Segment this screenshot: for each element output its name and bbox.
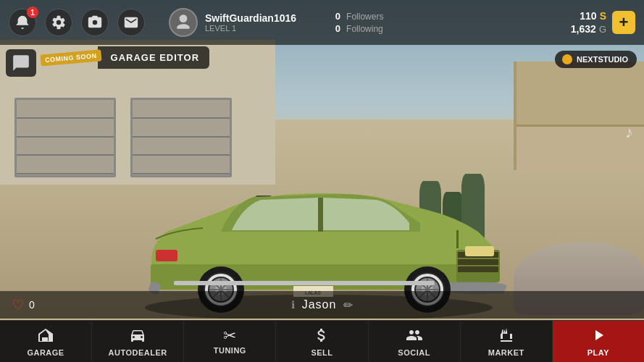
top-left-icons: 1 [0, 9, 154, 36]
gems-amount: 1,632 [571, 23, 596, 35]
mail-button[interactable] [117, 9, 145, 36]
chat-button[interactable] [6, 49, 36, 77]
nextstudio-dot [562, 54, 572, 64]
avatar [169, 8, 198, 37]
nav-market-label: MARKET [488, 348, 524, 357]
garage-door-left [14, 98, 116, 177]
heart-button[interactable]: ♡ [12, 296, 25, 313]
svg-rect-6 [458, 266, 498, 272]
profile-info: SwiftGuardian1016 LEVEL 1 [205, 12, 296, 33]
autodealer-icon [129, 327, 146, 346]
nav-sell-label: SELL [311, 348, 333, 357]
nav-sell[interactable]: SELL [276, 321, 368, 362]
garage-banner: COMING SOON GARAGE EDITOR [41, 46, 209, 69]
nav-play[interactable]: PLAY [553, 321, 644, 362]
nav-autodealer[interactable]: AUTODEALER [92, 321, 184, 362]
house-right [514, 62, 644, 170]
info-button[interactable]: ℹ [291, 299, 295, 311]
mail-icon [123, 14, 139, 30]
coins-icon: S [600, 10, 606, 22]
bottom-info-bar: ♡ 0 ℹ Jason ✏ [0, 291, 644, 319]
nav-garage-label: GARAGE [27, 348, 64, 357]
social-icon [406, 327, 423, 346]
following-label: Following [346, 24, 383, 34]
play-icon [590, 327, 607, 346]
coins-amount: 110 [580, 10, 596, 22]
notification-button[interactable]: 1 [9, 9, 36, 36]
nav-tuning[interactable]: ✂ TUNING [184, 321, 276, 362]
top-bar: 1 SwiftGuardian1016 LEVEL 1 [0, 0, 644, 45]
following-row[interactable]: 0 Following [326, 23, 383, 34]
nav-social-label: SOCIAL [398, 348, 430, 357]
camera-button[interactable] [81, 9, 109, 36]
car-name-section: ℹ Jason ✏ [291, 298, 354, 312]
nav-play-label: PLAY [587, 348, 609, 357]
nextstudio-label: NEXTSTUDIO [577, 55, 628, 64]
svg-rect-30 [456, 230, 459, 248]
svg-rect-1 [318, 198, 323, 232]
notification-badge: 1 [27, 7, 38, 18]
add-currency-button[interactable]: + [612, 11, 635, 34]
svg-rect-10 [156, 250, 177, 261]
nav-market[interactable]: MARKET [461, 321, 553, 362]
followers-count: 0 [326, 11, 340, 22]
car-name: Jason [302, 298, 337, 311]
garage-icon [37, 327, 54, 346]
music-button[interactable]: ♪ [625, 123, 633, 142]
svg-rect-7 [465, 246, 494, 256]
svg-rect-5 [458, 259, 498, 265]
following-count: 0 [326, 23, 340, 34]
settings-icon [51, 14, 67, 30]
gems-icon: G [599, 24, 606, 35]
bottom-nav: GARAGE AUTODEALER ✂ TUNING SELL SOCIA [0, 320, 644, 362]
nav-social[interactable]: SOCIAL [369, 321, 461, 362]
svg-rect-29 [174, 281, 435, 285]
nav-garage[interactable]: GARAGE [0, 321, 92, 362]
followers-label: Followers [346, 12, 383, 22]
coming-soon-badge: COMING SOON [40, 49, 101, 66]
heart-count: 0 [29, 299, 35, 311]
nextstudio-button[interactable]: NEXTSTUDIO [555, 51, 637, 68]
chat-icon [12, 54, 30, 72]
tuning-icon: ✂ [223, 328, 236, 344]
avatar-icon [174, 13, 193, 32]
camera-icon [87, 14, 103, 30]
garage-editor-button[interactable]: GARAGE EDITOR [98, 46, 210, 69]
settings-button[interactable] [45, 9, 72, 36]
bell-icon [14, 14, 30, 30]
profile-username: SwiftGuardian1016 [205, 12, 296, 24]
heart-section: ♡ 0 [12, 296, 35, 313]
profile-section[interactable]: SwiftGuardian1016 LEVEL 1 [154, 8, 311, 37]
currency-section: 110 S 1,632 G + [571, 10, 644, 35]
follow-stats: 0 Followers 0 Following [311, 11, 398, 34]
nav-tuning-label: TUNING [214, 346, 246, 355]
profile-level: LEVEL 1 [205, 24, 296, 33]
currency-stack: 110 S 1,632 G [571, 10, 606, 35]
edit-car-name-button[interactable]: ✏ [343, 298, 353, 312]
sell-icon [313, 327, 330, 346]
gems-box: 1,632 G [571, 23, 606, 35]
nav-autodealer-label: AUTODEALER [109, 348, 167, 357]
followers-row[interactable]: 0 Followers [326, 11, 383, 22]
market-icon [498, 327, 515, 346]
coins-box: 110 S [580, 10, 606, 22]
